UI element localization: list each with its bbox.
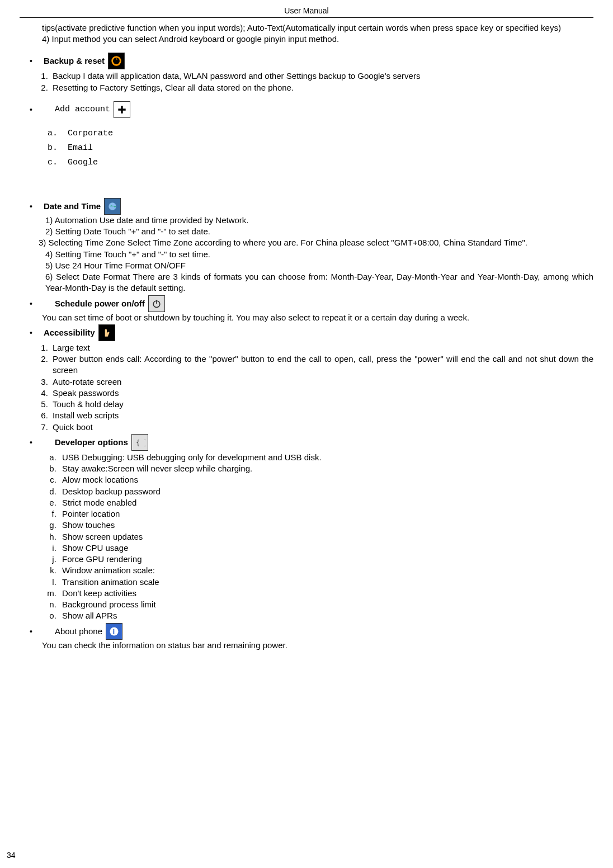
dev-item-o: Show all APRs [59,610,593,621]
dev-item-e: Strict mode enabled [59,497,593,508]
dev-item-b: Stay awake:Screen will never sleep while… [59,463,593,474]
bullet-icon [30,327,40,338]
developer-list: USB Debugging: USB debugging only for de… [20,452,593,622]
dev-item-a: USB Debugging: USB debugging only for de… [59,452,593,463]
accessibility-title: Accessibility [44,327,95,338]
backup-list: Backup I data will application data, WLA… [20,70,593,93]
access-item-4: Speak passwords [50,388,593,399]
intro-para-2: 4) Input method you can select Android k… [42,34,593,45]
about-desc: You can check the information on status … [42,640,593,651]
date-item-5: 5) Use 24 Hour Time Format ON/OFF [45,260,593,271]
account-corporate: Corporate [48,126,593,141]
access-item-2: Power button ends call: According to the… [50,353,593,376]
access-item-6: Install web scripts [50,410,593,421]
dev-item-d: Desktop backup password [59,486,593,497]
developer-title: Developer options [55,437,128,448]
date-item-1: 1) Automation Use date and time provided… [45,215,593,226]
bullet-icon [30,298,51,309]
dev-item-i: Show CPU usage [59,542,593,554]
dev-item-g: Show touches [59,520,593,531]
accessibility-list: Large text Power button ends call: Accor… [20,342,593,433]
dev-item-m: Don't keep activities [59,588,593,599]
access-item-3: Auto-rotate screen [50,376,593,388]
dev-item-j: Force GPU rendering [59,554,593,565]
dev-item-f: Pointer location [59,508,593,520]
date-item-4: 4) Setting Time Touch "+" and "-" to set… [45,249,593,260]
about-phone-title: About phone [55,626,102,637]
bullet-icon [30,437,51,448]
info-icon: i [106,623,122,640]
dev-item-h: Show screen updates [59,531,593,542]
access-item-7: Quick boot [50,422,593,433]
add-account-title: Add account [55,104,110,115]
add-account-list: Corporate Email Google [20,126,593,171]
svg-text:i: i [112,628,115,636]
dev-item-c: Alow mock locations [59,474,593,485]
date-item-2: 2) Setting Date Touch "+" and "-" to set… [45,226,593,237]
dev-item-l: Transition animation scale [59,577,593,588]
hand-icon [98,324,115,341]
backup-item-2: Resetting to Factory Settings, Clear all… [50,82,593,93]
date-item-6: 6) Select Date Format There are 3 kinds … [45,271,593,294]
braces-icon: { } [131,434,148,451]
backup-icon [108,53,125,69]
intro-para-1: tips(activate predictive function when y… [42,22,593,34]
dev-item-k: Window animation scale: [59,565,593,576]
bullet-icon [30,104,51,115]
schedule-desc: You can set time of boot or shutdown by … [42,312,593,323]
date-item-3: 3) Selecting Time Zone Select Time Zone … [39,237,593,248]
svg-text:{ }: { } [136,438,145,446]
account-google: Google [48,155,593,170]
schedule-title: Schedule power on/off [55,298,145,309]
plus-icon [114,101,130,118]
globe-icon [104,198,121,215]
power-icon [148,295,165,312]
page-header: User Manual [20,6,593,18]
bullet-icon [30,201,40,212]
dev-item-n: Background process limit [59,599,593,610]
bullet-icon [30,55,40,67]
backup-reset-title: Backup & reset [44,55,105,67]
access-item-1: Large text [50,342,593,353]
account-email: Email [48,141,593,155]
access-item-5: Touch & hold delay [50,399,593,410]
date-time-title: Date and Time [44,201,101,212]
backup-item-1: Backup I data will application data, WLA… [50,70,593,82]
bullet-icon [30,626,51,637]
